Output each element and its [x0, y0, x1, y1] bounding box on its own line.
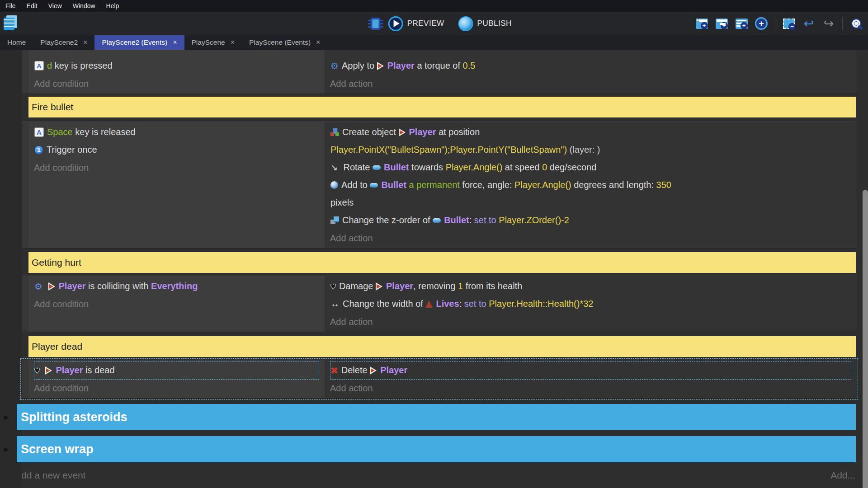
collapse-arrow-icon[interactable]: ▶: [4, 413, 9, 421]
search-icon[interactable]: [847, 14, 865, 33]
text-segment: :: [459, 299, 464, 309]
event-row[interactable]: ASpace key is released1Trigger onceAdd c…: [22, 122, 857, 249]
menu-item-window[interactable]: Window: [67, 2, 101, 9]
tab-playscene2-events-[interactable]: PlayScene2 (Events)×: [94, 35, 184, 50]
action-line[interactable]: Player.PointX("BulletSpawn");Player.Poin…: [330, 141, 856, 159]
actions-cell: ✖Delete PlayerAdd action: [325, 360, 857, 398]
add-comment-icon[interactable]: +: [732, 14, 750, 33]
key-icon: A: [34, 127, 44, 137]
tab-close-icon[interactable]: ×: [173, 38, 177, 47]
add-condition-button[interactable]: Add condition: [34, 380, 325, 397]
player-icon: [48, 282, 56, 291]
text-segment: Lives: [436, 299, 459, 309]
add-condition-button[interactable]: Add condition: [34, 159, 325, 177]
plus-circle-icon: +: [755, 17, 768, 30]
event-handle[interactable]: [22, 122, 28, 248]
add-new-event-button[interactable]: Add a new event: [15, 470, 85, 481]
event-row[interactable]: ⚙ Player is colliding with EverythingAdd…: [22, 276, 857, 332]
event-handle[interactable]: [22, 276, 28, 332]
conditions-cell: ♥ Player is deadAdd condition: [28, 360, 325, 398]
comment-row[interactable]: Fire bullet: [28, 97, 856, 117]
action-line[interactable]: ✖Delete Player: [330, 361, 851, 379]
text-segment: Change the z-order of: [342, 215, 433, 225]
condition-line[interactable]: Ad key is pressed: [34, 57, 324, 75]
menu-item-edit[interactable]: Edit: [21, 2, 43, 9]
add-action-button[interactable]: Add action: [330, 230, 857, 247]
text-segment: set to: [464, 299, 486, 309]
add-other-event-icon[interactable]: +: [752, 14, 770, 33]
action-line[interactable]: Create object Player at position: [330, 123, 856, 141]
preview-button[interactable]: PREVIEW: [407, 19, 444, 28]
undo-icon[interactable]: ↩: [800, 14, 818, 33]
instructions-block: ✖Delete Player: [330, 361, 851, 380]
text-segment: deg/second: [547, 162, 596, 173]
add-condition-button[interactable]: Add condition: [34, 296, 325, 313]
text-segment: 350: [656, 180, 671, 190]
event-row[interactable]: ♥ Player is deadAdd condition✖Delete Pla…: [22, 360, 857, 399]
menu-item-view[interactable]: View: [43, 2, 67, 9]
event-handle[interactable]: [22, 360, 28, 398]
condition-line[interactable]: ♥ Player is dead: [34, 361, 319, 379]
actions-cell: Create object Player at positionPlayer.P…: [325, 122, 857, 248]
add-subevent-icon[interactable]: +: [712, 14, 731, 33]
action-line[interactable]: ↔Change the width of Lives: set to Playe…: [330, 295, 856, 313]
tab-playscene[interactable]: PlayScene×: [184, 35, 242, 50]
delete-icon: ✖: [330, 365, 338, 376]
text-segment: d: [47, 61, 52, 71]
lives-icon: [425, 300, 433, 308]
condition-line[interactable]: 1Trigger once: [34, 141, 324, 159]
text-segment: Everything: [151, 281, 198, 291]
condition-line[interactable]: ASpace key is released: [34, 123, 324, 141]
redo-icon[interactable]: ↪: [820, 14, 838, 33]
menu-item-help[interactable]: Help: [101, 2, 125, 9]
group-row-splitting-asteroids[interactable]: ▶Splitting asteroids: [17, 404, 856, 430]
tab-playscene2[interactable]: PlayScene2×: [33, 35, 94, 50]
action-line[interactable]: Add to Bullet a permanent force, angle: …: [330, 176, 856, 194]
action-line[interactable]: ♥Damage Player, removing 1 from its heal…: [330, 277, 856, 295]
publish-icon[interactable]: [458, 16, 473, 31]
group-row-screen-wrap[interactable]: ▶Screen wrap: [17, 436, 856, 462]
text-segment: degrees and length:: [571, 180, 656, 190]
vertical-scrollbar[interactable]: [863, 190, 868, 488]
add-action-button[interactable]: Add action: [330, 75, 857, 93]
tab-label: PlayScene2: [40, 38, 78, 47]
add-action-button[interactable]: Add action: [330, 313, 857, 331]
text-segment: Damage: [339, 281, 376, 291]
bullet-icon: [370, 183, 378, 188]
delete-selection-icon[interactable]: −: [780, 14, 798, 33]
minus-badge-icon: −: [788, 23, 796, 30]
comment-text: Player dead: [32, 341, 82, 352]
project-manager-icon[interactable]: [4, 15, 19, 32]
text-segment: 1: [458, 281, 463, 291]
tab-close-icon[interactable]: ×: [316, 38, 320, 47]
collapse-arrow-icon[interactable]: ▶: [4, 446, 9, 453]
toolbar-separator: [842, 17, 843, 30]
action-line[interactable]: ↘ Rotate Bullet towards Player.Angle() a…: [330, 159, 856, 176]
preview-play-icon[interactable]: [388, 16, 403, 31]
action-line[interactable]: Change the z-order of Bullet: set to Pla…: [330, 211, 856, 229]
add-action-button[interactable]: Add action: [330, 380, 857, 397]
action-line[interactable]: ⚙Apply to Player a torque of 0.5: [330, 57, 856, 75]
tab-home[interactable]: Home: [0, 35, 33, 50]
events-footer: Add a new event Add...: [0, 468, 868, 483]
add-button[interactable]: Add...: [830, 470, 855, 481]
event-handle[interactable]: [22, 50, 28, 94]
actions-cell: ♥Damage Player, removing 1 from its heal…: [325, 276, 857, 332]
conditions-cell: Ad key is pressedAdd condition: [28, 50, 325, 94]
comment-row[interactable]: Getting hurt: [28, 252, 856, 273]
text-segment: at speed: [502, 162, 542, 173]
tab-close-icon[interactable]: ×: [83, 38, 87, 47]
publish-button[interactable]: PUBLISH: [477, 19, 512, 28]
menu-item-file[interactable]: File: [0, 2, 21, 9]
debug-icon[interactable]: [371, 18, 381, 30]
tab-playscene-events-[interactable]: PlayScene (Events)×: [242, 35, 327, 50]
action-line[interactable]: pixels: [330, 194, 856, 211]
tab-close-icon[interactable]: ×: [231, 38, 235, 47]
add-condition-button[interactable]: Add condition: [34, 75, 325, 93]
text-segment: Player: [380, 365, 407, 375]
event-row[interactable]: Ad key is pressedAdd condition⚙Apply to …: [22, 50, 857, 94]
add-event-icon[interactable]: +: [693, 14, 711, 33]
comment-row[interactable]: Player dead: [28, 336, 856, 357]
condition-line[interactable]: ⚙ Player is colliding with Everything: [34, 277, 324, 295]
physics-icon: ⚙: [34, 281, 42, 292]
